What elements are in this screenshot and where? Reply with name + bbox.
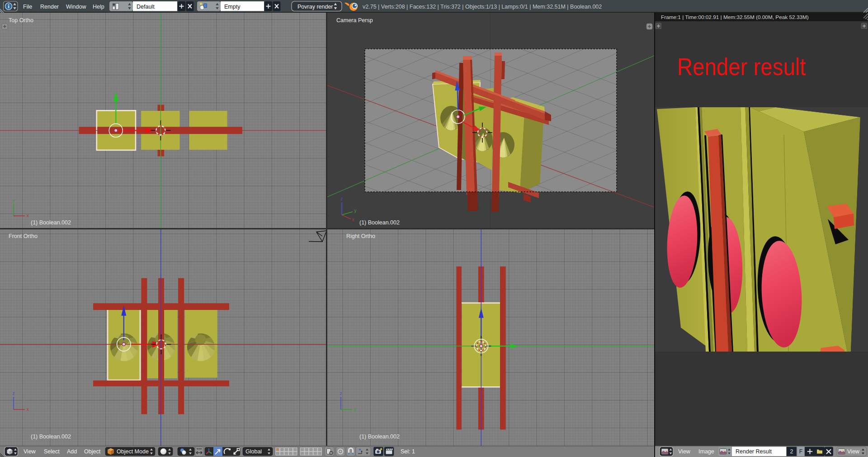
svg-text:y: y [354,407,356,412]
svg-text:(1) Boolean.002: (1) Boolean.002 [31,433,71,440]
svg-text:(1) Boolean.002: (1) Boolean.002 [359,433,400,440]
svg-text:(1) Boolean.002: (1) Boolean.002 [359,219,400,226]
svg-text:Select: Select [44,448,60,455]
svg-text:Default: Default [137,4,155,10]
svg-text:Camera Persp: Camera Persp [336,17,373,24]
svg-text:Object Mode: Object Mode [117,448,149,455]
svg-text:Render: Render [40,4,59,10]
svg-text:Window: Window [66,4,86,10]
svg-text:Global: Global [245,448,262,455]
svg-text:x: x [27,407,29,412]
svg-text:x: x [27,213,29,218]
svg-text:View: View [678,448,691,455]
svg-text:Povray render: Povray render [297,4,333,10]
svg-text:Top Ortho: Top Ortho [9,17,33,24]
svg-text:(1) Boolean.002: (1) Boolean.002 [31,219,71,226]
svg-text:Object: Object [84,448,101,455]
svg-text:Add: Add [67,448,77,455]
svg-text:y: y [13,198,15,203]
svg-text:Right Ortho: Right Ortho [346,233,375,239]
svg-text:z: z [340,391,342,396]
svg-text:File: File [23,4,32,10]
svg-text:z: z [13,391,15,396]
svg-text:x: x [352,217,354,222]
svg-text:Render Result: Render Result [736,448,772,455]
svg-text:Empty: Empty [224,4,241,10]
svg-text:y: y [354,208,357,213]
svg-text:View: View [847,448,860,455]
svg-text:Image: Image [698,448,714,455]
svg-text:2: 2 [790,448,793,455]
svg-text:F: F [799,448,802,455]
svg-text:z: z [341,196,343,201]
svg-text:Sel: 1: Sel: 1 [401,448,415,455]
svg-text:Help: Help [93,4,104,10]
svg-text:v2.75 | Verts:208 | Faces:132: v2.75 | Verts:208 | Faces:132 | Tris:372… [363,4,602,10]
svg-text:Front Ortho: Front Ortho [9,233,38,239]
svg-text:View: View [24,448,36,455]
